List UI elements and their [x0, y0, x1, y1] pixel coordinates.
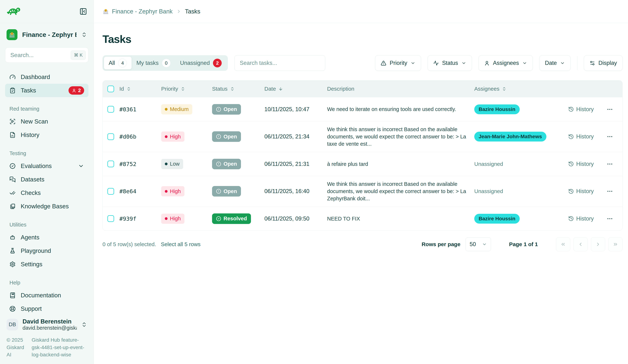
pager — [556, 237, 623, 251]
row-more-button[interactable] — [607, 188, 613, 195]
row-more-button[interactable] — [607, 106, 613, 113]
table-row[interactable]: #8e64 High Open 06/11/2025, 16:40 We thi… — [103, 176, 622, 207]
history-icon — [568, 161, 574, 167]
table-row[interactable]: #d06b High Open 06/11/2025, 21:34 We thi… — [103, 121, 622, 152]
first-page-button[interactable] — [556, 237, 570, 251]
chevrons-left-icon — [560, 242, 566, 247]
toolbar-divider — [577, 56, 577, 70]
collapse-sidebar-icon[interactable] — [79, 8, 87, 15]
avatar: DB — [6, 319, 18, 330]
previous-page-button[interactable] — [573, 237, 588, 251]
row-checkbox[interactable] — [107, 160, 114, 167]
sidebar-item-agents[interactable]: Agents — [5, 231, 88, 244]
history-button[interactable]: History — [568, 188, 597, 195]
check-check-icon — [9, 190, 16, 196]
row-more-button[interactable] — [607, 161, 613, 167]
table-row[interactable]: #0361 Medium Open 10/11/2025, 10:47 We n… — [103, 97, 622, 121]
column-header-id[interactable]: Id — [119, 86, 161, 92]
column-header-status[interactable]: Status — [212, 86, 264, 92]
task-id: #8e64 — [119, 188, 161, 195]
sidebar-item-history[interactable]: History — [5, 128, 88, 142]
assignees-filter-button[interactable]: Assignees — [478, 55, 533, 71]
assignee-badge: Bazire Houssin — [474, 104, 520, 114]
select-all-rows-link[interactable]: Select all 5 rows — [161, 241, 200, 247]
sidebar-item-knowledge-bases[interactable]: Knowledge Bases — [5, 200, 88, 213]
history-button[interactable]: History — [568, 133, 597, 140]
sidebar-item-label: Settings — [21, 261, 42, 268]
row-checkbox[interactable] — [107, 133, 114, 140]
history-icon — [568, 106, 574, 112]
priority-dot-icon — [165, 108, 167, 111]
history-button[interactable]: History — [568, 106, 597, 113]
column-header-priority[interactable]: Priority — [161, 86, 212, 92]
workspace-selector[interactable]: Finance - Zephyr Bank — [5, 29, 88, 40]
row-more-button[interactable] — [607, 133, 613, 140]
lifebuoy-icon — [9, 306, 16, 312]
sidebar-item-settings[interactable]: Settings — [5, 258, 88, 271]
display-button[interactable]: Display — [584, 55, 623, 71]
sidebar-item-checks[interactable]: Checks — [5, 186, 88, 200]
rows-per-page-value: 50 — [470, 241, 476, 248]
sidebar-item-label: Playground — [21, 247, 51, 254]
task-date: 06/11/2025, 09:50 — [264, 216, 327, 222]
history-button[interactable]: History — [568, 216, 597, 222]
tab-my-tasks[interactable]: My tasks 0 — [132, 57, 175, 69]
sidebar-item-datasets[interactable]: Datasets — [5, 173, 88, 186]
sort-icon — [127, 87, 131, 91]
history-label: History — [576, 133, 594, 140]
select-all-checkbox[interactable] — [107, 85, 114, 92]
date-filter-button[interactable]: Date — [539, 55, 571, 71]
tasks-table: Id Priority Status Date — [102, 80, 623, 231]
sidebar-search[interactable]: ⌘ K — [5, 47, 88, 63]
priority-badge: Medium — [161, 104, 192, 114]
sidebar-item-tasks[interactable]: Tasks 2 — [5, 84, 88, 97]
history-label: History — [576, 161, 594, 167]
breadcrumb: Finance - Zephyr Bank Tasks — [102, 8, 200, 15]
row-checkbox[interactable] — [107, 188, 114, 195]
circle-check-icon — [216, 216, 221, 221]
triangle-alert-icon — [381, 60, 386, 66]
search-tasks-input[interactable] — [240, 60, 320, 66]
pagination-controls: Rows per page 50 Page 1 of 1 — [422, 237, 623, 251]
column-label: Priority — [161, 86, 178, 92]
rows-per-page-select[interactable]: 50 — [466, 237, 491, 251]
status-badge: Open — [212, 131, 241, 142]
column-header-date[interactable]: Date — [264, 86, 327, 92]
row-checkbox[interactable] — [107, 215, 114, 222]
circle-alert-icon — [216, 134, 221, 139]
priority-badge: Low — [161, 159, 183, 169]
task-description: We think this answer is incorrect Based … — [327, 180, 474, 202]
tab-unassigned[interactable]: Unassigned 2 — [175, 57, 227, 69]
task-date: 06/11/2025, 21:34 — [264, 133, 327, 140]
table-row[interactable]: #939f High Resolved 06/11/2025, 09:50 NE… — [103, 207, 622, 230]
user-menu[interactable]: DB David Berenstein david.berenstein@gis… — [5, 315, 88, 334]
priority-label: High — [170, 134, 181, 140]
row-checkbox[interactable] — [107, 106, 114, 113]
breadcrumb-workspace[interactable]: Finance - Zephyr Bank — [102, 8, 173, 15]
sidebar-item-evaluations[interactable]: Evaluations — [5, 159, 88, 173]
status-badge: Open — [212, 159, 241, 169]
tab-all[interactable]: All 4 — [104, 57, 132, 69]
table-row[interactable]: #8752 Low Open 06/11/2025, 21:31 à refai… — [103, 152, 622, 176]
history-icon — [568, 189, 574, 194]
next-page-button[interactable] — [591, 237, 605, 251]
sidebar-search-input[interactable] — [10, 52, 58, 59]
sidebar-item-label: Dashboard — [21, 73, 50, 80]
badge-check-icon — [9, 163, 16, 169]
user-icon — [72, 88, 76, 93]
column-header-assignees[interactable]: Assignees — [474, 86, 568, 92]
chevron-down-icon — [482, 242, 487, 247]
priority-label: Medium — [170, 106, 189, 112]
sidebar-item-support[interactable]: Support — [5, 302, 88, 315]
priority-filter-button[interactable]: Priority — [375, 55, 421, 71]
sidebar-item-new-scan[interactable]: New Scan — [5, 115, 88, 128]
sidebar-item-dashboard[interactable]: Dashboard — [5, 70, 88, 84]
status-filter-button[interactable]: Status — [428, 55, 472, 71]
row-more-button[interactable] — [607, 216, 613, 222]
history-button[interactable]: History — [568, 161, 597, 167]
last-page-button[interactable] — [608, 237, 623, 251]
priority-dot-icon — [165, 162, 167, 165]
filter-label: Status — [442, 60, 458, 66]
sidebar-item-playground[interactable]: Playground — [5, 244, 88, 258]
sidebar-item-documentation[interactable]: Documentation — [5, 289, 88, 302]
